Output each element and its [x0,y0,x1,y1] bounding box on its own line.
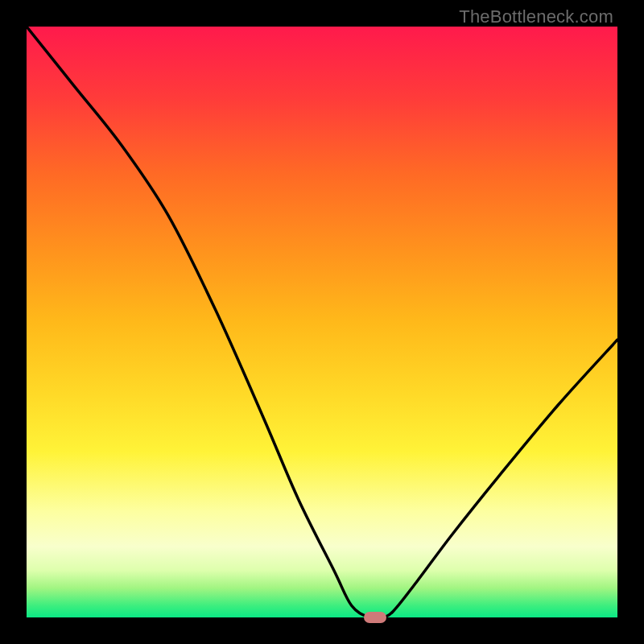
chart-frame: TheBottleneck.com [0,0,644,644]
plot-area [27,27,617,617]
curve-path [27,27,617,617]
watermark-text: TheBottleneck.com [459,6,613,27]
optimum-marker [364,612,386,623]
bottleneck-curve [27,27,617,617]
